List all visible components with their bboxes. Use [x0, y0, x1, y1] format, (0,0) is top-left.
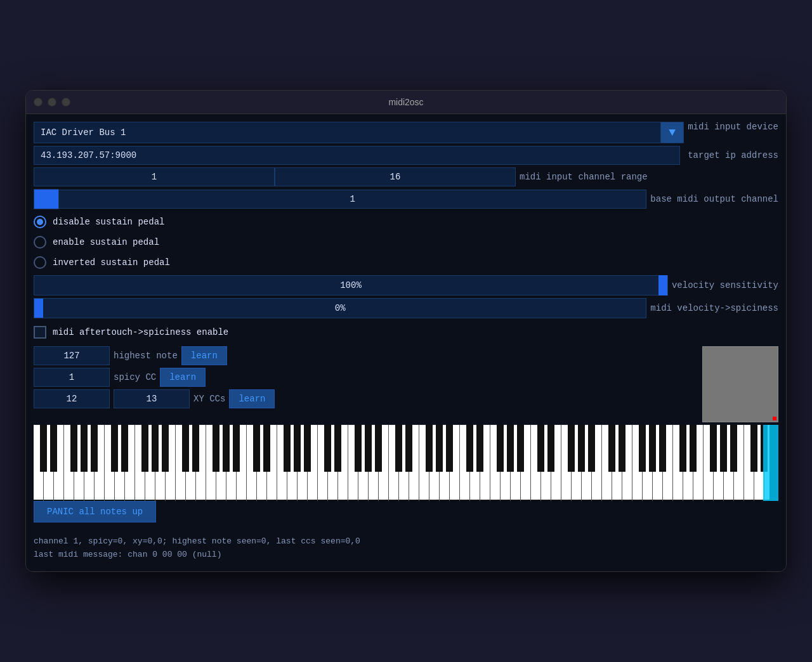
spiciness-row: 0% midi velocity->spiciness: [34, 298, 778, 318]
xy-ccs-label: XY CCs: [193, 394, 225, 404]
panic-area: PANIC all notes up: [34, 501, 778, 528]
inverted-sustain-radio[interactable]: [34, 256, 46, 269]
maximize-button[interactable]: [62, 98, 70, 107]
spiciness-label: midi velocity->spiciness: [646, 303, 778, 313]
spicy-cc-label: spicy CC: [114, 372, 156, 382]
midi-device-dropdown[interactable]: ▼: [661, 122, 684, 143]
enable-sustain-label: enable sustain pedal: [53, 237, 159, 247]
disable-sustain-row: disable sustain pedal: [34, 212, 778, 232]
disable-sustain-radio[interactable]: [34, 216, 46, 228]
status-area: channel 1, spicy=0, xy=0,0; highest note…: [34, 533, 778, 564]
spiciness-fill: [34, 299, 43, 318]
aftertouch-label: midi aftertouch->spiciness enable: [53, 327, 228, 337]
minimize-button[interactable]: [48, 98, 56, 107]
velocity-slider[interactable]: 100%: [34, 275, 668, 295]
svg-rect-11: [763, 425, 778, 501]
highest-note-row: highest note learn: [34, 346, 698, 365]
inverted-sustain-label: inverted sustain pedal: [53, 257, 170, 268]
controls-viz-area: highest note learn spicy CC learn XY CCs…: [34, 346, 778, 422]
panic-button[interactable]: PANIC all notes up: [34, 501, 156, 522]
app-body: ▼ midi input device target ip address mi…: [26, 114, 786, 572]
channel-from-input[interactable]: [34, 167, 275, 186]
enable-sustain-row: enable sustain pedal: [34, 232, 778, 252]
xy-ccs-learn-button[interactable]: learn: [229, 389, 275, 408]
spicy-cc-input[interactable]: [34, 368, 110, 387]
svg-rect-10: [34, 425, 778, 501]
xy-cc2-input[interactable]: [114, 389, 190, 408]
inverted-sustain-row: inverted sustain pedal: [34, 252, 778, 273]
title-bar: midi2osc: [26, 91, 786, 114]
viz-red-dot: [773, 417, 776, 420]
target-ip-input[interactable]: [34, 146, 680, 165]
aftertouch-row: midi aftertouch->spiciness enable: [34, 321, 778, 344]
close-button[interactable]: [34, 98, 43, 107]
viz-panel: [702, 346, 778, 422]
midi-device-label: midi input device: [684, 122, 778, 143]
disable-sustain-label: disable sustain pedal: [53, 217, 164, 227]
main-window: midi2osc ▼ midi input device target ip a…: [25, 90, 787, 573]
spiciness-slider[interactable]: 0%: [34, 298, 646, 318]
target-ip-label: target ip address: [684, 150, 778, 160]
spiciness-value: 0%: [335, 303, 346, 313]
base-channel-input[interactable]: [59, 190, 646, 209]
aftertouch-checkbox[interactable]: [34, 326, 46, 339]
velocity-handle[interactable]: [658, 275, 667, 295]
traffic-lights: [34, 98, 70, 107]
highest-note-learn-button[interactable]: learn: [181, 346, 227, 365]
xy-ccs-row: XY CCs learn: [34, 389, 698, 408]
controls-column: highest note learn spicy CC learn XY CCs…: [34, 346, 698, 422]
enable-sustain-radio[interactable]: [34, 236, 46, 249]
window-title: midi2osc: [388, 97, 423, 107]
channel-indicator: [34, 189, 59, 209]
channel-to-input[interactable]: [275, 167, 516, 186]
channel-range-row: midi input channel range: [34, 167, 778, 186]
piano-keyboard[interactable]: [34, 425, 778, 501]
status-line-2: last midi message: chan 0 00 00 (null): [34, 548, 778, 562]
status-line-1: channel 1, spicy=0, xy=0,0; highest note…: [34, 535, 778, 548]
xy-cc1-input[interactable]: [34, 389, 110, 408]
velocity-value: 100%: [340, 280, 362, 290]
velocity-label: velocity sensitivity: [668, 280, 778, 290]
highest-note-input[interactable]: [34, 346, 110, 365]
spicy-cc-row: spicy CC learn: [34, 368, 698, 387]
base-channel-row: base midi output channel: [34, 189, 778, 209]
target-ip-row: target ip address: [34, 146, 778, 165]
midi-device-input[interactable]: [34, 122, 661, 143]
channel-range-label: midi input channel range: [516, 172, 648, 182]
base-channel-label: base midi output channel: [646, 194, 778, 204]
spicy-cc-learn-button[interactable]: learn: [160, 368, 206, 387]
velocity-row: 100% velocity sensitivity: [34, 275, 778, 295]
midi-device-row: ▼ midi input device: [34, 122, 778, 143]
highest-note-label: highest note: [114, 351, 178, 361]
